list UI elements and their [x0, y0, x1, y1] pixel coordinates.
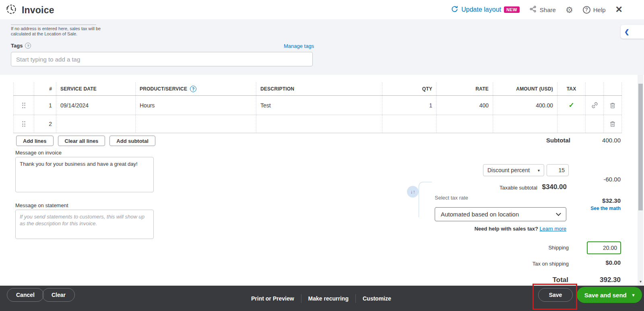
line-items-table: # SERVICE DATE PRODUCT/SERVICE? DESCRIPT… [13, 82, 622, 133]
help-label: Help [593, 6, 606, 13]
chevron-down-icon [556, 211, 561, 216]
update-layout-label: Update layout [461, 6, 501, 13]
invoice-clock-icon [6, 4, 17, 16]
message-on-statement-label: Message on statement [15, 202, 68, 208]
subtotal-value: 400.00 [602, 137, 621, 144]
table-header-row: # SERVICE DATE PRODUCT/SERVICE? DESCRIPT… [13, 82, 622, 96]
learn-more-link[interactable]: Learn more [540, 226, 566, 232]
new-badge: NEW [504, 6, 520, 13]
address-field-edge [11, 25, 96, 25]
address-helper-text: If no address is entered here, sales tax… [11, 26, 101, 37]
tags-label: Tags [11, 43, 23, 49]
share-icon [529, 5, 537, 14]
drag-handle-icon[interactable] [22, 121, 26, 127]
tags-help-icon[interactable]: ? [25, 43, 31, 49]
discount-type-dropdown[interactable]: Discount percent▾ [483, 164, 544, 176]
shipping-label: Shipping [548, 245, 569, 251]
drag-column-header [13, 82, 34, 95]
make-recurring-button[interactable]: Make recurring [308, 295, 349, 302]
description-header: DESCRIPTION [256, 82, 382, 95]
product-service-cell[interactable]: Hours [136, 96, 256, 115]
discount-tax-group-outline [419, 182, 432, 217]
table-row: 2 [13, 115, 622, 133]
qty-cell[interactable]: 1 [382, 96, 437, 115]
drag-handle-icon[interactable] [22, 103, 26, 108]
chevron-left-icon: ❮ [624, 28, 630, 35]
share-label: Share [540, 6, 556, 13]
shipping-input[interactable] [587, 241, 621, 254]
swap-order-icon[interactable]: ↓↑ [407, 186, 419, 198]
service-date-cell[interactable]: 09/14/2024 [56, 96, 136, 115]
tags-input[interactable] [11, 52, 313, 66]
page-header: Invoice Update layout NEW [0, 0, 644, 19]
share-button[interactable]: Share [529, 5, 556, 14]
service-date-header: SERVICE DATE [56, 82, 136, 95]
customize-button[interactable]: Customize [363, 295, 391, 302]
add-lines-button[interactable]: Add lines [16, 136, 54, 146]
product-service-cell[interactable] [136, 115, 256, 133]
cancel-button[interactable]: Cancel [7, 288, 44, 302]
link-column-header [586, 82, 604, 95]
total-value: 392.30 [600, 276, 621, 284]
link-icon[interactable] [591, 101, 599, 109]
num-header: # [34, 82, 56, 95]
tax-rate-dropdown[interactable]: Automated based on location [435, 207, 566, 221]
page-title: Invoice [22, 5, 54, 16]
description-cell[interactable] [256, 115, 382, 133]
manage-tags-link[interactable]: Manage tags [284, 43, 314, 49]
scrollbar-thumb[interactable] [638, 84, 643, 210]
help-button[interactable]: ? Help [583, 6, 606, 14]
qty-cell[interactable] [382, 115, 437, 133]
tax-cell[interactable] [557, 115, 586, 133]
tax-amount-value: $32.30 [602, 197, 621, 204]
row-number: 2 [34, 115, 56, 133]
clear-all-lines-button[interactable]: Clear all lines [58, 136, 105, 146]
amount-cell[interactable] [493, 115, 557, 133]
caret-down-icon: ▾ [632, 292, 635, 298]
product-service-help-icon[interactable]: ? [190, 86, 196, 92]
qty-header: QTY [382, 82, 437, 95]
footer-bar: Cancel Clear Print or Preview Make recur… [0, 286, 644, 311]
message-on-statement-textarea[interactable] [15, 210, 154, 239]
scrollbar-down-arrow[interactable]: ▾ [638, 279, 643, 284]
discount-value-input[interactable] [547, 164, 569, 176]
row-number: 1 [34, 96, 56, 115]
close-icon[interactable]: ✕ [615, 5, 623, 14]
sales-tax-help-text: Need help with sales tax? [475, 226, 538, 232]
refresh-icon [451, 5, 458, 14]
save-button[interactable]: Save [538, 288, 573, 302]
amount-header: AMOUNT (USD) [493, 82, 557, 95]
rate-cell[interactable]: 400 [437, 96, 493, 115]
tax-check-icon[interactable]: ✓ [568, 101, 574, 109]
taxable-subtotal-value: $340.00 [542, 183, 567, 191]
footer-divider [355, 294, 356, 303]
discount-amount: -60.00 [603, 176, 621, 183]
service-date-cell[interactable] [56, 115, 136, 133]
update-layout-button[interactable]: Update layout NEW [451, 5, 520, 14]
print-or-preview-button[interactable]: Print or Preview [251, 295, 294, 302]
collapse-panel-tab[interactable]: ❮ [621, 25, 644, 39]
delete-column-header [604, 82, 622, 95]
form-top-section: If no address is entered here, sales tax… [0, 19, 644, 75]
trash-icon[interactable] [609, 120, 616, 128]
description-cell[interactable]: Test [256, 96, 382, 115]
add-subtotal-button[interactable]: Add subtotal [109, 136, 155, 146]
gear-icon[interactable]: ⚙ [566, 6, 573, 14]
taxable-subtotal-label: Taxable subtotal [500, 185, 537, 191]
clear-button[interactable]: Clear [42, 288, 75, 302]
invoice-page: Invoice Update layout NEW [0, 0, 644, 311]
rate-cell[interactable] [437, 115, 493, 133]
message-on-invoice-textarea[interactable]: Thank you for your business and have a g… [15, 157, 154, 192]
save-and-send-button[interactable]: Save and send▾ [577, 287, 642, 303]
tax-header: TAX [557, 82, 586, 95]
link-cell [586, 115, 604, 133]
help-icon: ? [583, 6, 590, 14]
table-row: 1 09/14/2024 Hours Test 1 400 400.00 ✓ [13, 96, 622, 115]
see-the-math-link[interactable]: See the math [590, 206, 621, 211]
product-service-header: PRODUCT/SERVICE? [136, 82, 256, 95]
trash-icon[interactable] [609, 102, 616, 109]
caret-down-icon: ▾ [538, 168, 540, 173]
tax-on-shipping-label: Tax on shipping [533, 261, 569, 267]
amount-cell[interactable]: 400.00 [493, 96, 557, 115]
total-label: Total [553, 276, 568, 284]
